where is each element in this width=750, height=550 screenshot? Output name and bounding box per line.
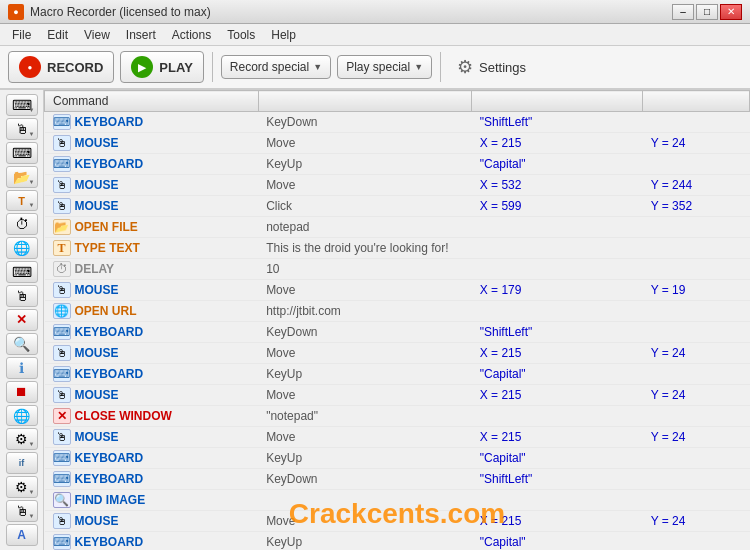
cell-value xyxy=(472,238,643,259)
table-row[interactable]: ⌨KEYBOARDKeyUp"Capital" xyxy=(45,364,750,385)
cell-command: ⌨KEYBOARD xyxy=(45,154,259,175)
sidebar-if-btn[interactable]: if xyxy=(6,452,38,474)
cmd-icon: 🖱 xyxy=(53,135,71,151)
table-row[interactable]: 🖱MOUSEMoveX = 215Y = 24 xyxy=(45,133,750,154)
settings-button[interactable]: ⚙ Settings xyxy=(449,52,534,82)
record-special-arrow: ▼ xyxy=(313,62,322,72)
play-special-button[interactable]: Play special ▼ xyxy=(337,55,432,79)
table-scroll[interactable]: Command ⌨KEYBOARDKeyDown"ShiftLeft"🖱MOUS… xyxy=(44,90,750,550)
cell-y xyxy=(643,406,750,427)
table-row[interactable]: ⌨KEYBOARDKeyDown"ShiftLeft" xyxy=(45,469,750,490)
cell-value: X = 215 xyxy=(472,427,643,448)
table-row[interactable]: ⌨KEYBOARDKeyUp"Capital" xyxy=(45,448,750,469)
app-icon: ● xyxy=(8,4,24,20)
sidebar-typetext-btn[interactable]: T xyxy=(6,190,38,212)
cmd-icon: ⌨ xyxy=(53,114,71,130)
table-row[interactable]: 🌐OPEN URLhttp://jtbit.com xyxy=(45,301,750,322)
sidebar-text-btn[interactable]: A xyxy=(6,524,38,546)
cell-y xyxy=(643,469,750,490)
cell-command: 🖱MOUSE xyxy=(45,133,259,154)
cmd-icon: 🖱 xyxy=(53,177,71,193)
record-label: RECORD xyxy=(47,60,103,75)
record-special-button[interactable]: Record special ▼ xyxy=(221,55,331,79)
cell-command: ⌨KEYBOARD xyxy=(45,364,259,385)
menu-view[interactable]: View xyxy=(76,26,118,44)
sidebar-mouse3-btn[interactable]: 🖱 xyxy=(6,500,38,522)
cmd-icon: ⌨ xyxy=(53,366,71,382)
sidebar-closewindow-btn[interactable]: ✕ xyxy=(6,309,38,331)
table-row[interactable]: ⌨KEYBOARDKeyUp"Capital" xyxy=(45,154,750,175)
minimize-button[interactable]: – xyxy=(672,4,694,20)
cmd-name: CLOSE WINDOW xyxy=(75,409,172,423)
sidebar-openurl2-btn[interactable]: 🌐 xyxy=(6,405,38,427)
cell-param: Move xyxy=(258,511,472,532)
sidebar-settings-btn[interactable]: ⚙ xyxy=(6,428,38,450)
table-row[interactable]: 🖱MOUSEMoveX = 532Y = 244 xyxy=(45,175,750,196)
menu-help[interactable]: Help xyxy=(263,26,304,44)
table-row[interactable]: 📂OPEN FILEnotepad xyxy=(45,217,750,238)
cell-param: 10 xyxy=(258,259,472,280)
table-row[interactable]: ⌨KEYBOARDKeyUp"Capital" xyxy=(45,532,750,551)
sidebar-openfile-btn[interactable]: 📂 xyxy=(6,166,38,188)
menu-actions[interactable]: Actions xyxy=(164,26,219,44)
cell-command: ⏱DELAY xyxy=(45,259,259,280)
cmd-name: MOUSE xyxy=(75,199,119,213)
table-row[interactable]: 🖱MOUSEClickX = 599Y = 352 xyxy=(45,196,750,217)
table-row[interactable]: ✕CLOSE WINDOW"notepad" xyxy=(45,406,750,427)
maximize-button[interactable]: □ xyxy=(696,4,718,20)
sidebar-settings3-btn[interactable]: ⚙ xyxy=(6,476,38,498)
table-row[interactable]: 🖱MOUSEMoveX = 179Y = 19 xyxy=(45,280,750,301)
sidebar-mouse-btn[interactable]: 🖱 xyxy=(6,118,38,140)
window-controls: – □ ✕ xyxy=(672,4,742,20)
cell-param: This is the droid you're looking for! xyxy=(258,238,472,259)
cell-command: ✕CLOSE WINDOW xyxy=(45,406,259,427)
sidebar-findimage-btn[interactable]: 🔍 xyxy=(6,333,38,355)
menu-insert[interactable]: Insert xyxy=(118,26,164,44)
table-row[interactable]: ⌨KEYBOARDKeyDown"ShiftLeft" xyxy=(45,322,750,343)
menu-edit[interactable]: Edit xyxy=(39,26,76,44)
sidebar-keyboard3-btn[interactable]: ⌨ xyxy=(6,261,38,283)
mouse3-icon: 🖱 xyxy=(15,503,29,519)
close-button[interactable]: ✕ xyxy=(720,4,742,20)
table-row[interactable]: 🖱MOUSEMoveX = 215Y = 24 xyxy=(45,511,750,532)
cmd-name: OPEN URL xyxy=(75,304,137,318)
sidebar-info-btn[interactable]: ℹ xyxy=(6,357,38,379)
mouse2-icon: 🖱 xyxy=(15,288,29,304)
table-row[interactable]: ⌨KEYBOARDKeyDown"ShiftLeft" xyxy=(45,112,750,133)
table-row[interactable]: 🖱MOUSEMoveX = 215Y = 24 xyxy=(45,427,750,448)
cmd-icon: T xyxy=(53,240,71,256)
table-row[interactable]: 🔍FIND IMAGE xyxy=(45,490,750,511)
record-special-label: Record special xyxy=(230,60,309,74)
record-button[interactable]: ● RECORD xyxy=(8,51,114,83)
sidebar-stop-btn[interactable]: ⏹ xyxy=(6,381,38,403)
delay-icon: ⏱ xyxy=(15,216,29,232)
sidebar-openurl-btn[interactable]: 🌐 xyxy=(6,237,38,259)
table-row[interactable]: TTYPE TEXTThis is the droid you're looki… xyxy=(45,238,750,259)
text-a-icon: A xyxy=(17,528,26,542)
menu-file[interactable]: File xyxy=(4,26,39,44)
content-area: Command ⌨KEYBOARDKeyDown"ShiftLeft"🖱MOUS… xyxy=(44,90,750,550)
cell-command: ⌨KEYBOARD xyxy=(45,532,259,551)
cmd-name: KEYBOARD xyxy=(75,367,144,381)
cmd-icon: ⌨ xyxy=(53,156,71,172)
sidebar-mouse2-btn[interactable]: 🖱 xyxy=(6,285,38,307)
cmd-name: KEYBOARD xyxy=(75,472,144,486)
cell-param: Move xyxy=(258,133,472,154)
sidebar-keyboard-btn[interactable]: ⌨ xyxy=(6,94,38,116)
menu-tools[interactable]: Tools xyxy=(219,26,263,44)
cell-y: Y = 24 xyxy=(643,343,750,364)
play-button[interactable]: ▶ PLAY xyxy=(120,51,203,83)
table-row[interactable]: ⏱DELAY10 xyxy=(45,259,750,280)
table-row[interactable]: 🖱MOUSEMoveX = 215Y = 24 xyxy=(45,343,750,364)
separator-1 xyxy=(212,52,213,82)
sidebar-delay-btn[interactable]: ⏱ xyxy=(6,213,38,235)
command-table: Command ⌨KEYBOARDKeyDown"ShiftLeft"🖱MOUS… xyxy=(44,90,750,550)
table-row[interactable]: 🖱MOUSEMoveX = 215Y = 24 xyxy=(45,385,750,406)
sidebar-keyboard2-btn[interactable]: ⌨ xyxy=(6,142,38,164)
cell-value: "ShiftLeft" xyxy=(472,112,643,133)
window-title: Macro Recorder (licensed to max) xyxy=(30,5,211,19)
cell-value: X = 215 xyxy=(472,343,643,364)
cmd-name: MOUSE xyxy=(75,514,119,528)
col-value xyxy=(472,91,643,112)
cmd-name: KEYBOARD xyxy=(75,115,144,129)
